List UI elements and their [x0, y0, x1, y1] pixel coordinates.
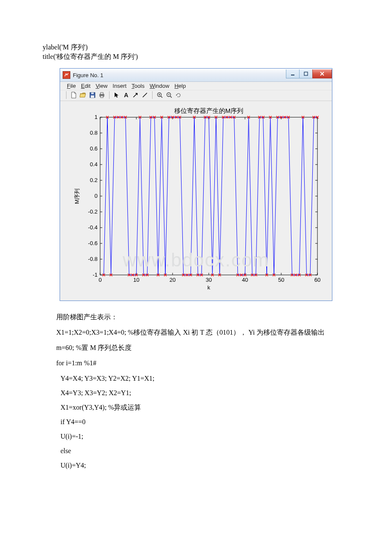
- app-icon: [63, 71, 70, 79]
- text-tool-icon[interactable]: A: [122, 91, 130, 99]
- text-line: X1=xor(Y3,Y4); %异或运算: [47, 402, 349, 413]
- svg-text:1: 1: [95, 114, 98, 120]
- svg-text:60: 60: [314, 277, 320, 283]
- toolbar-separator: [66, 91, 66, 99]
- menu-insert[interactable]: Insert: [112, 83, 127, 89]
- matlab-figure-window: Figure No. 1 File Edit View Insert Tools…: [60, 68, 332, 301]
- code-text: X1=1;X2=0;X3=1;X4=0; %移位寄存器输入 Xi 初 T 态（0…: [56, 329, 325, 336]
- rotate-icon[interactable]: [175, 91, 182, 99]
- line-tool-icon[interactable]: [141, 91, 149, 99]
- svg-text:30: 30: [206, 277, 212, 283]
- svg-rect-10: [100, 117, 317, 275]
- svg-rect-0: [291, 75, 294, 75]
- menu-window[interactable]: Window: [150, 83, 169, 89]
- window-title: Figure No. 1: [73, 72, 286, 78]
- svg-text:0: 0: [98, 277, 101, 283]
- svg-text:k: k: [208, 284, 210, 291]
- arrow-tool-icon[interactable]: [132, 91, 139, 99]
- svg-text:移位寄存器产生的M序列: 移位寄存器产生的M序列: [174, 107, 244, 114]
- menu-tools[interactable]: Tools: [132, 83, 144, 89]
- svg-text:20: 20: [170, 277, 176, 283]
- body-text: 用阶梯图产生表示： X1=1;X2=0;X3=1;X4=0; %移位寄存器输入 …: [43, 311, 349, 471]
- svg-rect-1: [304, 72, 308, 75]
- code-line: ylabel('M 序列'): [43, 43, 349, 52]
- open-file-icon[interactable]: [79, 91, 87, 99]
- menu-edit[interactable]: Edit: [81, 83, 90, 89]
- svg-text:-1: -1: [92, 272, 98, 278]
- svg-text:-0.8: -0.8: [88, 256, 98, 262]
- maximize-button[interactable]: [299, 69, 313, 78]
- text-line: 用阶梯图产生表示：: [43, 311, 349, 323]
- window-controls: [286, 69, 332, 79]
- svg-text:0.8: 0.8: [90, 130, 98, 136]
- svg-text:0.6: 0.6: [90, 145, 98, 152]
- svg-text:0.2: 0.2: [90, 177, 98, 183]
- svg-text:-0.6: -0.6: [88, 240, 98, 246]
- svg-rect-3: [91, 92, 94, 94]
- menu-help[interactable]: Help: [174, 83, 186, 89]
- text-line: for i=1:m %1#: [43, 357, 349, 369]
- toolbar-separator: [152, 91, 153, 99]
- text-line: X1=1;X2=0;X3=1;X4=0; %移位寄存器输入 Xi 初 T 态（0…: [43, 327, 349, 338]
- save-icon[interactable]: [89, 91, 96, 99]
- svg-text:40: 40: [242, 277, 248, 283]
- text-line: X4=Y3; X3=Y2; X2=Y1;: [47, 387, 349, 399]
- pre-code-block: ylabel('M 序列') title('移位寄存器产生的 M 序列'): [43, 43, 349, 61]
- svg-text:-0.4: -0.4: [88, 224, 98, 231]
- titlebar: Figure No. 1: [60, 68, 332, 82]
- pointer-icon[interactable]: [113, 91, 121, 99]
- menubar: File Edit View Insert Tools Window Help: [60, 82, 332, 90]
- svg-text:0: 0: [95, 193, 98, 199]
- svg-text:10: 10: [133, 277, 139, 283]
- zoom-out-icon[interactable]: [165, 91, 173, 99]
- text-line: if Y4==0: [47, 416, 349, 428]
- plot-area: www.bdocx.com -1-0.8-0.6-0.4-0.200.20.40…: [60, 101, 332, 301]
- menu-file[interactable]: File: [67, 83, 76, 89]
- svg-text:M序列: M序列: [74, 188, 80, 204]
- zoom-in-icon[interactable]: [156, 91, 164, 99]
- menu-view[interactable]: View: [95, 83, 107, 89]
- chart: www.bdocx.com -1-0.8-0.6-0.4-0.200.20.40…: [66, 104, 326, 296]
- close-button[interactable]: [312, 69, 332, 78]
- svg-rect-4: [91, 95, 94, 98]
- svg-rect-6: [101, 92, 103, 94]
- text-line: U(i)=Y4;: [47, 460, 349, 471]
- svg-text:0.4: 0.4: [90, 161, 98, 168]
- minimize-button[interactable]: [286, 69, 300, 78]
- text-line: m=60; %置 M 序列总长度: [43, 342, 349, 354]
- text-line: Y4=X4; Y3=X3; Y2=X2; Y1=X1;: [47, 373, 349, 384]
- new-file-icon[interactable]: [70, 91, 78, 99]
- svg-rect-7: [101, 96, 103, 98]
- text-line: U(i)=-1;: [47, 431, 349, 442]
- svg-text:-0.2: -0.2: [88, 208, 98, 215]
- text-line: else: [47, 445, 349, 457]
- print-icon[interactable]: [98, 91, 106, 99]
- code-line: title('移位寄存器产生的 M 序列'): [43, 52, 349, 61]
- toolbar: A: [60, 90, 332, 101]
- toolbar-separator: [109, 91, 110, 99]
- svg-text:50: 50: [278, 277, 284, 283]
